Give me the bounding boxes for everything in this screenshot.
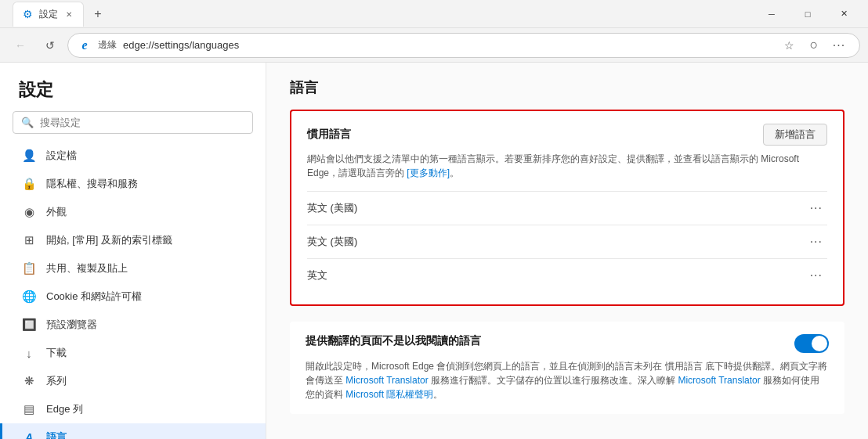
content-area: 語言 慣用語言 新增語言 網站會以他們支援之清單中的第一種語言顯示。若要重新排序… (266, 63, 868, 439)
pref-lang-title: 慣用語言 (307, 128, 351, 142)
titlebar: ⚙ 設定 ✕ + ─ □ ✕ (0, 0, 868, 28)
new-tab-button[interactable]: + (87, 3, 109, 25)
translator-link-1[interactable]: Microsoft Translator (345, 375, 428, 386)
addressbar: ← ↺ e 邊緣 edge://settings/languages ☆ ○ ·… (0, 28, 868, 63)
sidebar-item-label-profiles: 設定檔 (46, 149, 77, 163)
toggle-thumb (812, 336, 827, 351)
tab-close-button[interactable]: ✕ (64, 9, 74, 20)
sidebar-item-profiles[interactable]: 👤設定檔 (0, 142, 266, 170)
sidebar-item-label-startpage: 開始, [常用] 及新的索引標籤 (46, 233, 172, 247)
profiles-icon: 👤 (21, 148, 37, 164)
sidebar-item-label-browser: 預設瀏覽器 (46, 318, 97, 332)
sidebar-item-label-family: 系列 (46, 374, 67, 388)
sidebar-item-downloads[interactable]: ↓下載 (0, 339, 266, 367)
sidebar-item-label-edgebar: Edge 列 (46, 402, 83, 416)
appearance-icon: ◉ (21, 204, 37, 220)
pref-lang-description: 網站會以他們支援之清單中的第一種語言顯示。若要重新排序您的喜好設定、提供翻譯，並… (307, 152, 827, 180)
sidebar-item-cookies[interactable]: 🌐Cookie 和網站許可權 (0, 282, 266, 311)
restore-button[interactable]: □ (790, 0, 826, 28)
sidebar-item-languages[interactable]: A語言 (0, 423, 266, 439)
edge-logo-icon: e (78, 38, 92, 52)
address-bar[interactable]: e 邊緣 edge://settings/languages ☆ ○ ··· (67, 33, 860, 58)
language-more-button[interactable]: ··· (805, 233, 827, 250)
translate-title: 提供翻譯的頁面不是以我閱讀的語言 (306, 334, 794, 348)
translate-description: 開啟此設定時，Microsoft Edge 會偵測到您網頁上的語言，並且在偵測到… (306, 359, 829, 401)
language-item: 英文··· (307, 258, 827, 292)
language-item: 英文 (英國)··· (307, 225, 827, 258)
settings-tab[interactable]: ⚙ 設定 ✕ (13, 2, 84, 27)
translate-toggle[interactable] (794, 334, 829, 353)
search-box[interactable]: 🔍 (13, 111, 253, 134)
refresh-button[interactable]: ↺ (38, 33, 63, 58)
pref-lang-header: 慣用語言 新增語言 (307, 124, 827, 146)
titlebar-left: ⚙ 設定 ✕ + (6, 2, 109, 27)
translator-link-2[interactable]: Microsoft Translator (678, 375, 760, 386)
sidebar-item-startpage[interactable]: ⊞開始, [常用] 及新的索引標籤 (0, 226, 266, 254)
sidebar-item-label-languages: 語言 (46, 430, 67, 439)
family-icon: ❋ (21, 373, 37, 389)
sidebar-item-sharing[interactable]: 📋共用、複製及貼上 (0, 254, 266, 282)
sidebar-item-edgebar[interactable]: ▤Edge 列 (0, 395, 266, 423)
add-language-button[interactable]: 新增語言 (763, 124, 827, 146)
sidebar-item-label-downloads: 下載 (46, 346, 67, 360)
language-item: 英文 (美國)··· (307, 191, 827, 225)
browser-icon: 🔲 (21, 317, 37, 333)
sidebar-item-label-privacy: 隱私權、搜尋和服務 (46, 177, 138, 191)
favorites-button[interactable]: ☆ (778, 34, 800, 56)
profile-button[interactable]: ○ (803, 34, 825, 56)
downloads-icon: ↓ (21, 345, 37, 361)
back-button[interactable]: ← (8, 33, 33, 58)
address-actions: ☆ ○ ··· (778, 34, 850, 56)
language-list: 英文 (美國)···英文 (英國)···英文··· (307, 191, 827, 292)
more-button[interactable]: ··· (828, 34, 850, 56)
main-content: 設定 🔍 👤設定檔🔒隱私權、搜尋和服務◉外觀⊞開始, [常用] 及新的索引標籤📋… (0, 63, 868, 439)
search-input[interactable] (40, 117, 244, 128)
language-more-button[interactable]: ··· (805, 200, 827, 217)
minimize-button[interactable]: ─ (754, 0, 790, 28)
edge-label: 邊緣 (98, 38, 117, 52)
sharing-icon: 📋 (21, 261, 37, 276)
privacy-link[interactable]: Microsoft 隱私權聲明 (345, 389, 433, 400)
sidebar-item-appearance[interactable]: ◉外觀 (0, 198, 266, 226)
search-icon: 🔍 (21, 117, 34, 128)
cookies-icon: 🌐 (21, 289, 37, 304)
pref-lang-desc-text: 網站會以他們支援之清單中的第一種語言顯示。若要重新排序您的喜好設定、提供翻譯，並… (307, 153, 799, 178)
sidebar-item-browser[interactable]: 🔲預設瀏覽器 (0, 311, 266, 339)
translate-header: 提供翻譯的頁面不是以我閱讀的語言 (306, 334, 829, 353)
sidebar-item-label-sharing: 共用、複製及貼上 (46, 261, 128, 275)
close-button[interactable]: ✕ (826, 0, 862, 28)
tab-area: ⚙ 設定 ✕ + (13, 2, 109, 27)
languages-icon: A (21, 430, 37, 439)
settings-tab-title: 設定 (39, 8, 58, 21)
language-name: 英文 (英國) (307, 235, 357, 249)
sidebar-nav: 👤設定檔🔒隱私權、搜尋和服務◉外觀⊞開始, [常用] 及新的索引標籤📋共用、複製… (0, 142, 266, 439)
startpage-icon: ⊞ (21, 232, 37, 248)
language-name: 英文 (美國) (307, 201, 357, 215)
address-url: edge://settings/languages (123, 39, 239, 51)
sidebar-item-label-appearance: 外觀 (46, 205, 67, 219)
sidebar: 設定 🔍 👤設定檔🔒隱私權、搜尋和服務◉外觀⊞開始, [常用] 及新的索引標籤📋… (0, 63, 266, 439)
sidebar-item-label-cookies: Cookie 和網站許可權 (46, 290, 142, 304)
more-actions-link[interactable]: [更多動作] (407, 167, 450, 178)
window-controls: ─ □ ✕ (754, 0, 862, 28)
section-title: 語言 (290, 78, 844, 97)
translate-section: 提供翻譯的頁面不是以我閱讀的語言 開啟此設定時，Microsoft Edge 會… (290, 322, 844, 414)
language-name: 英文 (307, 268, 327, 282)
sidebar-title: 設定 (0, 63, 266, 111)
sidebar-item-family[interactable]: ❋系列 (0, 367, 266, 395)
privacy-icon: 🔒 (21, 176, 37, 192)
preferred-languages-section: 慣用語言 新增語言 網站會以他們支援之清單中的第一種語言顯示。若要重新排序您的喜… (290, 110, 844, 306)
edgebar-icon: ▤ (21, 401, 37, 417)
settings-tab-icon: ⚙ (23, 8, 33, 20)
language-more-button[interactable]: ··· (805, 267, 827, 284)
sidebar-item-privacy[interactable]: 🔒隱私權、搜尋和服務 (0, 170, 266, 198)
